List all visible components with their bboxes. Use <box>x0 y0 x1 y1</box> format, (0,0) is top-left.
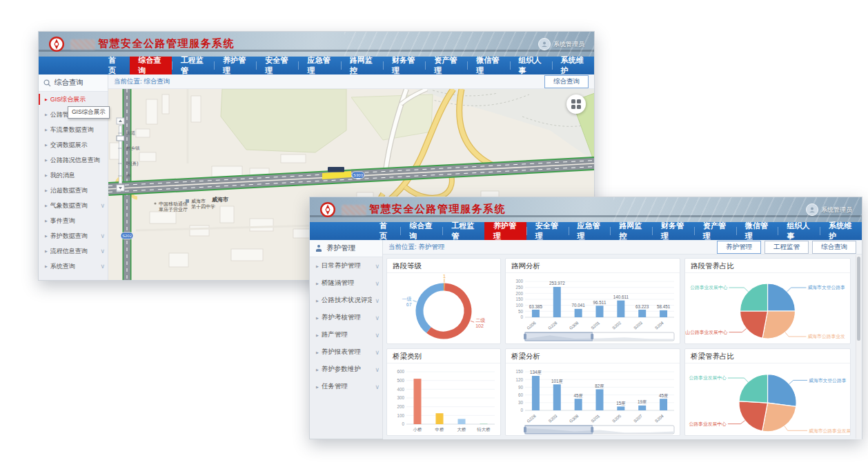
svg-text:S205: S205 <box>611 413 622 423</box>
maintenance-icon <box>315 244 323 252</box>
action-button-养护管理[interactable]: 养护管理 <box>717 241 761 254</box>
chart-title: 路段管养占比 <box>685 259 850 273</box>
sidebar-item-任务管理[interactable]: ▶任务管理∨ <box>310 378 382 395</box>
road-share-pie-chart[interactable]: 威海市文登公路事威海市公路事业发山公路事业发展中心公路事业发展中心 <box>685 273 850 342</box>
svg-text:山公路事业发展中心: 山公路事业发展中心 <box>685 330 727 335</box>
nav-item-财务管理[interactable]: 财务管理 <box>383 57 425 74</box>
sidebar-item-交调数据展示[interactable]: ▶交调数据展示 <box>39 137 108 152</box>
chevron-down-icon: ∨ <box>375 383 379 390</box>
sidebar-item-系统查询[interactable]: ▶系统查询∨ <box>39 259 108 274</box>
sidebar-item-桥隧涵管理[interactable]: ▶桥隧涵管理∨ <box>310 275 382 292</box>
card-bridge-analysis: 桥梁分析 0306090120150134座G228101座S20345座G30… <box>505 348 680 436</box>
sidebar-item-我的消息[interactable]: ▶我的消息 <box>39 168 108 183</box>
svg-text:90: 90 <box>518 385 524 390</box>
sidebar-item-养护报表管理[interactable]: ▶养护报表管理∨ <box>310 343 382 361</box>
nav-item-综合查询[interactable]: 综合查询 <box>130 57 172 74</box>
action-buttons: 养护管理工程监管综合查询 <box>717 241 856 254</box>
chevron-down-icon: ∨ <box>375 366 379 373</box>
map-layers-button[interactable] <box>566 94 586 114</box>
sidebar-item-GIS综合展示[interactable]: ▶GIS综合展示 <box>39 92 108 107</box>
action-button-工程监管[interactable]: 工程监管 <box>765 241 809 254</box>
caret-icon: ▶ <box>316 333 319 337</box>
sidebar-item-养护考核管理[interactable]: ▶养护考核管理∨ <box>310 309 382 326</box>
main-nav: 首页综合查询工程监管养护管理安全管理应急管理路网监控财务管理资产管理微信管理组织… <box>39 57 594 74</box>
svg-text:区(县): 区(县) <box>126 161 138 166</box>
nav-item-首页[interactable]: 首页 <box>371 222 400 240</box>
nav-item-养护管理[interactable]: 养护管理 <box>484 222 526 240</box>
svg-text:一级67: 一级67 <box>402 297 412 307</box>
nav-item-路网监控[interactable]: 路网监控 <box>610 222 652 240</box>
app-title: 智慧安全公路管理服务系统 <box>369 203 506 216</box>
nav-item-安全管理[interactable]: 安全管理 <box>256 57 298 74</box>
user-menu[interactable]: 系统管理员 <box>806 203 852 216</box>
sidebar-item-流程信息查询[interactable]: ▶流程信息查询∨ <box>39 243 108 259</box>
user-name: 系统管理员 <box>553 40 584 49</box>
caret-icon: ▶ <box>316 385 319 389</box>
bridge-class-bar-chart[interactable]: 0100200300400500600小桥中桥大桥特大桥 <box>387 363 500 435</box>
bridge-analysis-bar-chart[interactable]: 0306090120150134座G228101座S20345座G30882座S… <box>506 363 680 435</box>
scrollbar-thumb[interactable] <box>857 257 860 341</box>
nav-item-应急管理[interactable]: 应急管理 <box>569 222 611 240</box>
nav-item-应急管理[interactable]: 应急管理 <box>298 57 340 74</box>
nav-item-安全管理[interactable]: 安全管理 <box>526 222 569 240</box>
svg-text:0: 0 <box>520 315 523 319</box>
caret-icon: ▶ <box>45 219 48 223</box>
dashboard-scrollbar[interactable] <box>856 255 861 439</box>
sidebar-item-日常养护管理[interactable]: ▶日常养护管理∨ <box>310 257 382 275</box>
svg-text:G228: G228 <box>547 320 558 330</box>
sidebar-item-label: 养护考核管理 <box>322 313 361 322</box>
nav-item-首页[interactable]: 首页 <box>99 57 130 74</box>
user-menu[interactable]: 系统管理员 <box>538 38 584 50</box>
nav-item-养护管理[interactable]: 养护管理 <box>214 57 256 74</box>
sidebar-item-label: 公路技术状况评定 <box>322 296 373 305</box>
nav-item-财务管理[interactable]: 财务管理 <box>652 222 694 240</box>
nav-item-系统维护[interactable]: 系统维护 <box>552 57 594 74</box>
chevron-down-icon: ∨ <box>375 349 379 356</box>
nav-item-组织人事[interactable]: 组织人事 <box>510 57 552 74</box>
sidebar-item-公路技术状况评定[interactable]: ▶公路技术状况评定∨ <box>310 292 382 309</box>
nav-item-资产管理[interactable]: 资产管理 <box>694 222 736 240</box>
svg-text:威海市文登公路事: 威海市文登公路事 <box>809 378 847 383</box>
dashboard: 路段等级 三级1二级102一级67 路网分析 05010015020025030… <box>383 255 862 439</box>
sidebar-item-事件查询[interactable]: ▶事件查询 <box>39 213 108 228</box>
svg-text:公路事业发展中心: 公路事业发展中心 <box>689 375 727 381</box>
nav-item-工程监管[interactable]: 工程监管 <box>442 222 484 240</box>
sidebar-item-车流量数据查询[interactable]: ▶车流量数据查询 <box>39 122 108 137</box>
sidebar-item-气象数据查询[interactable]: ▶气象数据查询∨ <box>39 198 108 213</box>
sidebar-item-label: GIS综合展示 <box>50 95 86 104</box>
svg-text:0: 0 <box>520 408 523 412</box>
nav-item-路网监控[interactable]: 路网监控 <box>341 57 383 74</box>
svg-text:市: 市 <box>126 173 131 178</box>
action-button-综合查询[interactable]: 综合查询 <box>544 75 589 88</box>
svg-text:街道: 街道 <box>126 130 136 136</box>
nav-item-微信管理[interactable]: 微信管理 <box>736 222 778 240</box>
svg-text:134座: 134座 <box>530 370 542 375</box>
svg-text:140.611: 140.611 <box>613 295 629 299</box>
nav-item-系统维护[interactable]: 系统维护 <box>820 222 862 240</box>
sidebar-item-路产管理[interactable]: ▶路产管理∨ <box>310 326 382 343</box>
app-logo-icon <box>48 36 65 52</box>
nav-item-工程监管[interactable]: 工程监管 <box>172 57 214 74</box>
chevron-down-icon: ∨ <box>100 232 105 239</box>
action-button-综合查询[interactable]: 综合查询 <box>812 241 856 254</box>
svg-text:威海市文登公路事: 威海市文登公路事 <box>808 285 846 290</box>
svg-text:120: 120 <box>515 377 523 382</box>
chevron-down-icon: ∨ <box>100 263 105 270</box>
sidebar-item-label: 我的消息 <box>50 171 75 180</box>
road-network-bar-chart[interactable]: 05010015020025030063.385G206253.972G2287… <box>506 273 680 342</box>
nav-item-组织人事[interactable]: 组织人事 <box>778 222 820 240</box>
caret-icon: ▶ <box>316 350 319 355</box>
nav-item-资产管理[interactable]: 资产管理 <box>425 57 467 74</box>
sidebar-item-label: 车流量数据查询 <box>50 126 94 134</box>
nav-item-微信管理[interactable]: 微信管理 <box>467 57 509 74</box>
sidebar-item-label: 任务管理 <box>322 382 348 391</box>
bridge-share-pie-chart[interactable]: 威海市文登公路事威海市公路事业发展公路事业发展中心公路事业发展中心 <box>685 363 850 435</box>
road-grade-donut-chart[interactable]: 三级1二级102一级67 <box>387 273 500 342</box>
sidebar-item-养护数据查询[interactable]: ▶养护数据查询∨ <box>39 228 108 243</box>
app-header: 智慧安全公路管理服务系统 系统管理员 <box>310 197 862 222</box>
nav-item-综合查询[interactable]: 综合查询 <box>400 222 442 240</box>
sidebar-item-治超数据查询[interactable]: ▶治超数据查询 <box>39 183 108 198</box>
caret-icon: ▶ <box>45 143 48 147</box>
sidebar-item-养护参数维护[interactable]: ▶养护参数维护∨ <box>310 361 382 378</box>
sidebar-item-公路路况信息查询[interactable]: ▶公路路况信息查询 <box>39 152 108 168</box>
